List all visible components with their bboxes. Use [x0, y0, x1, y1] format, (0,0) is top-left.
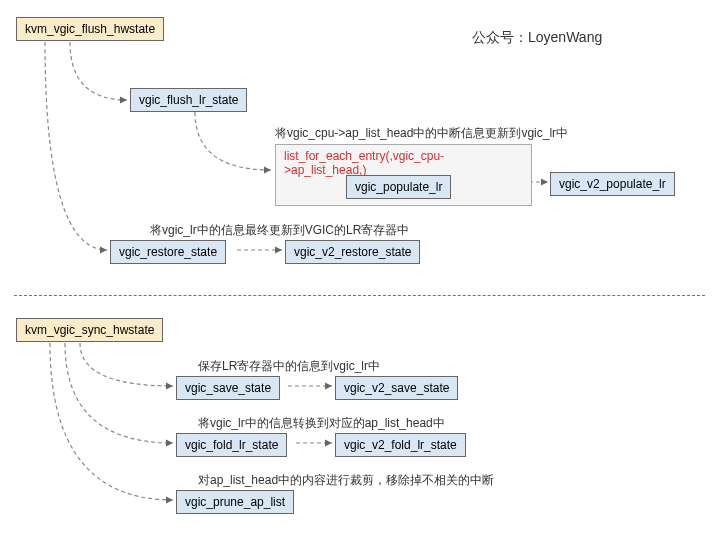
v2-restore-node: vgic_v2_restore_state — [285, 240, 420, 264]
loop-box: list_for_each_entry(,vgic_cpu->ap_list_h… — [275, 144, 532, 206]
v2-populate-label: vgic_v2_populate_lr — [559, 177, 666, 191]
restore-node: vgic_restore_state — [110, 240, 226, 264]
flush-lr-node: vgic_flush_lr_state — [130, 88, 247, 112]
flush-lr-label: vgic_flush_lr_state — [139, 93, 238, 107]
divider — [14, 295, 705, 296]
sync-desc1: 保存LR寄存器中的信息到vgic_lr中 — [198, 358, 380, 375]
v2-fold-node: vgic_v2_fold_lr_state — [335, 433, 466, 457]
save-node: vgic_save_state — [176, 376, 280, 400]
sync-root-label: kvm_vgic_sync_hwstate — [25, 323, 154, 337]
flush-desc2: 将vgic_lr中的信息最终更新到VGIC的LR寄存器中 — [150, 222, 409, 239]
flush-root: kvm_vgic_flush_hwstate — [16, 17, 164, 41]
prune-node: vgic_prune_ap_list — [176, 490, 294, 514]
restore-label: vgic_restore_state — [119, 245, 217, 259]
flush-root-label: kvm_vgic_flush_hwstate — [25, 22, 155, 36]
loop-code: list_for_each_entry(,vgic_cpu->ap_list_h… — [276, 145, 531, 177]
populate-label: vgic_populate_lr — [355, 180, 442, 194]
sync-desc2: 将vgic_lr中的信息转换到对应的ap_list_head中 — [198, 415, 445, 432]
fold-node: vgic_fold_lr_state — [176, 433, 287, 457]
v2-restore-label: vgic_v2_restore_state — [294, 245, 411, 259]
prune-label: vgic_prune_ap_list — [185, 495, 285, 509]
flush-desc1: 将vgic_cpu->ap_list_head中的中断信息更新到vgic_lr中 — [275, 125, 568, 142]
v2-fold-label: vgic_v2_fold_lr_state — [344, 438, 457, 452]
sync-root: kvm_vgic_sync_hwstate — [16, 318, 163, 342]
sync-desc3: 对ap_list_head中的内容进行裁剪，移除掉不相关的中断 — [198, 472, 494, 489]
v2-save-node: vgic_v2_save_state — [335, 376, 458, 400]
populate-node: vgic_populate_lr — [346, 175, 451, 199]
v2-populate-node: vgic_v2_populate_lr — [550, 172, 675, 196]
v2-save-label: vgic_v2_save_state — [344, 381, 449, 395]
fold-label: vgic_fold_lr_state — [185, 438, 278, 452]
watermark: 公众号：LoyenWang — [472, 29, 602, 47]
save-label: vgic_save_state — [185, 381, 271, 395]
